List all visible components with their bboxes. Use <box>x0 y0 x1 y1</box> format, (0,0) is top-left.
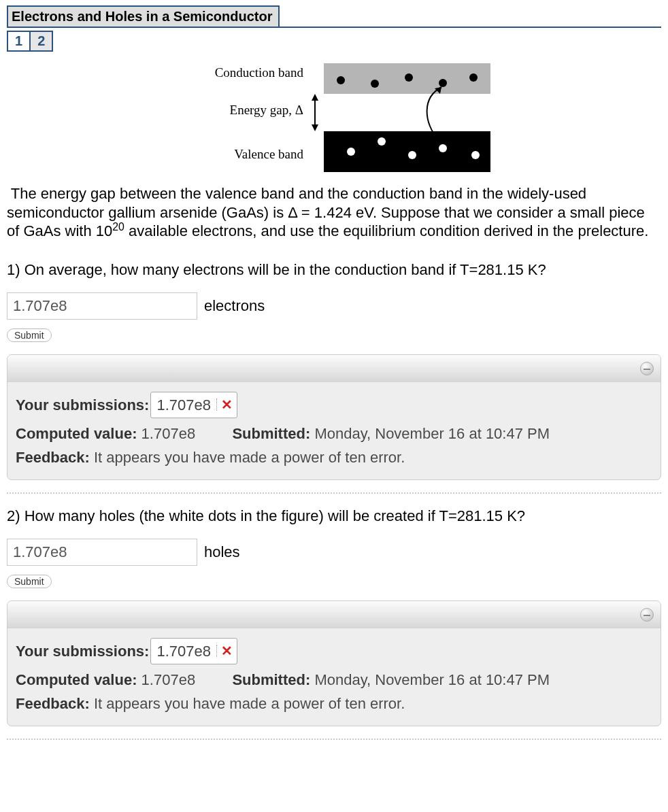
question-2-submit-button[interactable]: Submit <box>7 575 52 588</box>
svg-point-10 <box>439 144 447 152</box>
svg-point-4 <box>439 79 447 87</box>
submitted-value: Monday, November 16 at 10:47 PM <box>314 671 550 688</box>
feedback-text: It appears you have made a power of ten … <box>94 449 405 466</box>
question-1-submit-button[interactable]: Submit <box>7 328 52 342</box>
svg-point-7 <box>347 148 355 156</box>
page-tabs: 1 2 <box>7 31 53 52</box>
svg-marker-13 <box>312 94 318 101</box>
submission-chip-value: 1.707e8 <box>156 640 211 662</box>
svg-point-2 <box>371 80 379 88</box>
collapse-icon[interactable] <box>640 362 654 375</box>
question-2: 2) How many holes (the white dots in the… <box>7 507 661 525</box>
svg-point-1 <box>337 76 345 84</box>
question-2-unit: holes <box>204 543 240 561</box>
svg-point-3 <box>405 73 413 82</box>
question-1-feedback-panel: Your submissions: 1.707e8 ✕ Computed val… <box>7 354 661 480</box>
question-1-answer-row: electrons <box>7 292 661 320</box>
submission-chip: 1.707e8 ✕ <box>150 638 237 664</box>
feedback-panel-header <box>7 601 661 628</box>
feedback-text: It appears you have made a power of ten … <box>94 695 405 712</box>
svg-point-5 <box>469 73 478 82</box>
svg-marker-14 <box>312 124 318 131</box>
submitted-label: Submitted: <box>232 671 310 688</box>
your-submissions-label: Your submissions: <box>16 640 149 662</box>
band-diagram: Conduction band Energy gap, Δ Valence ba… <box>7 60 661 179</box>
computed-value: 1.707e8 <box>141 671 196 688</box>
submission-chip: 1.707e8 ✕ <box>150 392 237 418</box>
feedback-label: Feedback: <box>16 449 90 466</box>
page-title-row: Electrons and Holes in a Semiconductor <box>7 5 661 28</box>
wrong-icon: ✕ <box>221 394 233 415</box>
valence-band-label: Valence band <box>234 147 303 161</box>
svg-point-11 <box>471 151 480 159</box>
page-title: Electrons and Holes in a Semiconductor <box>7 5 280 27</box>
question-1-unit: electrons <box>204 297 265 315</box>
question-1-input[interactable] <box>7 292 197 320</box>
collapse-icon[interactable] <box>640 608 654 622</box>
svg-point-9 <box>408 151 416 159</box>
svg-point-8 <box>378 137 386 146</box>
computed-value-label: Computed value: <box>16 671 137 688</box>
conduction-band-label: Conduction band <box>215 65 304 80</box>
your-submissions-label: Your submissions: <box>16 394 149 416</box>
prose-post: available electrons, and use the equilib… <box>124 222 648 239</box>
submission-chip-value: 1.707e8 <box>156 394 211 416</box>
question-2-answer-row: holes <box>7 539 661 566</box>
computed-value-label: Computed value: <box>16 425 137 442</box>
submitted-value: Monday, November 16 at 10:47 PM <box>314 425 550 442</box>
submitted-label: Submitted: <box>232 425 310 442</box>
tab-1[interactable]: 1 <box>8 32 29 50</box>
question-2-feedback-panel: Your submissions: 1.707e8 ✕ Computed val… <box>7 600 661 726</box>
energy-gap-label: Energy gap, Δ <box>230 103 303 117</box>
tab-2[interactable]: 2 <box>29 32 52 50</box>
feedback-label: Feedback: <box>16 695 90 712</box>
feedback-panel-header <box>7 355 661 382</box>
computed-value: 1.707e8 <box>141 425 196 442</box>
divider <box>7 492 661 494</box>
prose-exponent: 20 <box>112 221 124 233</box>
divider <box>7 739 661 740</box>
wrong-icon: ✕ <box>221 641 233 661</box>
question-1: 1) On average, how many electrons will b… <box>7 261 661 279</box>
question-2-input[interactable] <box>7 539 197 566</box>
problem-statement: The energy gap between the valence band … <box>7 184 661 241</box>
